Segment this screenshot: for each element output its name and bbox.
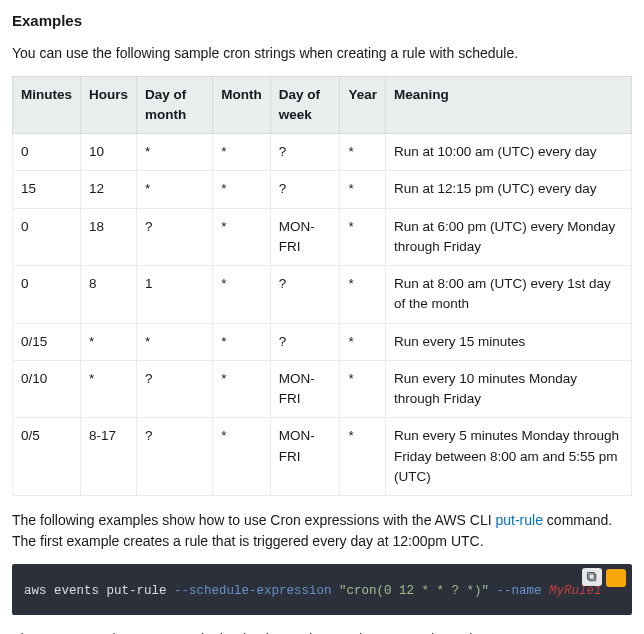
code-flag: --schedule-expression — [174, 584, 332, 598]
table-cell: * — [137, 134, 213, 171]
cli-intro-paragraph: The following examples show how to use C… — [12, 510, 632, 552]
code-flag: --name — [497, 584, 550, 598]
table-row: 0/15***?*Run every 15 minutes — [13, 323, 632, 360]
theme-toggle-icon[interactable] — [606, 569, 626, 587]
table-cell: MON-FRI — [270, 418, 340, 496]
table-row: 1512**?*Run at 12:15 pm (UTC) every day — [13, 171, 632, 208]
table-cell: ? — [137, 418, 213, 496]
table-cell: 15 — [13, 171, 81, 208]
table-cell: Run every 15 minutes — [385, 323, 631, 360]
table-cell: 1 — [137, 266, 213, 324]
table-cell: * — [213, 266, 270, 324]
copy-icon — [586, 571, 598, 583]
code-string: "cron(0 12 * * ? *)" — [332, 584, 497, 598]
col-day-of-week: Day of week — [270, 76, 340, 134]
table-cell: * — [213, 360, 270, 418]
table-cell: * — [213, 323, 270, 360]
table-cell: 0/10 — [13, 360, 81, 418]
table-cell: 0 — [13, 266, 81, 324]
code-cmd: aws events put-rule — [24, 584, 174, 598]
table-cell: * — [340, 208, 386, 266]
table-cell: 8-17 — [81, 418, 137, 496]
table-cell: * — [213, 418, 270, 496]
table-cell: * — [340, 266, 386, 324]
table-cell: MON-FRI — [270, 208, 340, 266]
table-cell: 0 — [13, 134, 81, 171]
table-cell: * — [137, 171, 213, 208]
put-rule-link[interactable]: put-rule — [496, 512, 543, 528]
table-cell: Run at 8:00 am (UTC) every 1st day of th… — [385, 266, 631, 324]
table-cell: * — [340, 134, 386, 171]
col-month: Month — [213, 76, 270, 134]
para-2: The next example creates a rule that is … — [12, 629, 632, 634]
table-cell: Run at 6:00 pm (UTC) every Monday throug… — [385, 208, 631, 266]
table-cell: ? — [270, 266, 340, 324]
table-row: 010**?*Run at 10:00 am (UTC) every day — [13, 134, 632, 171]
table-row: 081*?*Run at 8:00 am (UTC) every 1st day… — [13, 266, 632, 324]
table-cell: * — [213, 208, 270, 266]
table-cell: * — [340, 360, 386, 418]
table-cell: * — [340, 171, 386, 208]
table-cell: 0/15 — [13, 323, 81, 360]
table-cell: 18 — [81, 208, 137, 266]
cli-intro-text-before: The following examples show how to use C… — [12, 512, 496, 528]
table-cell: 8 — [81, 266, 137, 324]
table-cell: ? — [137, 208, 213, 266]
table-cell: ? — [137, 360, 213, 418]
table-row: 018?*MON-FRI*Run at 6:00 pm (UTC) every … — [13, 208, 632, 266]
table-cell: Run every 10 minutes Monday through Frid… — [385, 360, 631, 418]
table-cell: * — [340, 323, 386, 360]
table-header-row: Minutes Hours Day of month Month Day of … — [13, 76, 632, 134]
col-meaning: Meaning — [385, 76, 631, 134]
table-cell: Run at 10:00 am (UTC) every day — [385, 134, 631, 171]
table-cell: 0/5 — [13, 418, 81, 496]
table-cell: ? — [270, 171, 340, 208]
table-cell: Run at 12:15 pm (UTC) every day — [385, 171, 631, 208]
table-cell: * — [213, 134, 270, 171]
table-cell: MON-FRI — [270, 360, 340, 418]
table-row: 0/58-17?*MON-FRI*Run every 5 minutes Mon… — [13, 418, 632, 496]
cron-examples-table: Minutes Hours Day of month Month Day of … — [12, 76, 632, 497]
table-cell: ? — [270, 134, 340, 171]
table-cell: Run every 5 minutes Monday through Frida… — [385, 418, 631, 496]
copy-button[interactable] — [582, 568, 602, 586]
code-block-1: aws events put-rule --schedule-expressio… — [12, 564, 632, 615]
table-cell: * — [81, 323, 137, 360]
table-cell: * — [137, 323, 213, 360]
table-cell: * — [340, 418, 386, 496]
table-cell: 10 — [81, 134, 137, 171]
examples-heading: Examples — [12, 10, 632, 33]
col-hours: Hours — [81, 76, 137, 134]
table-row: 0/10*?*MON-FRI*Run every 10 minutes Mond… — [13, 360, 632, 418]
table-cell: 12 — [81, 171, 137, 208]
col-year: Year — [340, 76, 386, 134]
table-cell: 0 — [13, 208, 81, 266]
intro-paragraph: You can use the following sample cron st… — [12, 43, 632, 64]
table-cell: ? — [270, 323, 340, 360]
table-cell: * — [213, 171, 270, 208]
col-minutes: Minutes — [13, 76, 81, 134]
table-cell: * — [81, 360, 137, 418]
col-day-of-month: Day of month — [137, 76, 213, 134]
